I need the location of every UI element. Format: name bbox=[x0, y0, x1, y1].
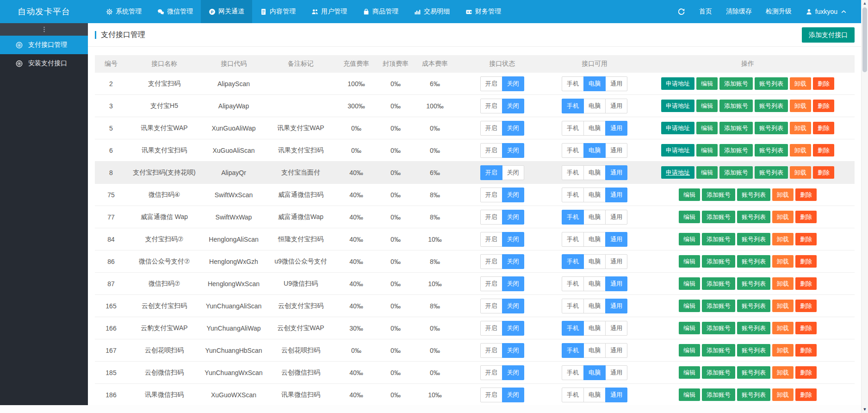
nav-item-wechat-management[interactable]: 微信管理 bbox=[149, 0, 201, 23]
nav-item-trade-detail[interactable]: 交易明细 bbox=[406, 0, 458, 23]
delete-button[interactable]: 删除 bbox=[795, 255, 817, 268]
account-list-button[interactable]: 账号列表 bbox=[755, 144, 788, 156]
delete-button[interactable]: 删除 bbox=[795, 322, 817, 334]
available-phone-button[interactable]: 手机 bbox=[562, 121, 584, 136]
uninstall-button[interactable]: 卸载 bbox=[790, 100, 811, 112]
add-account-button[interactable]: 添加账号 bbox=[702, 388, 735, 401]
available-all-button[interactable]: 通用 bbox=[605, 254, 627, 269]
edit-button[interactable]: 编辑 bbox=[679, 255, 700, 268]
status-off-button[interactable]: 关闭 bbox=[502, 76, 524, 91]
account-list-button[interactable]: 账号列表 bbox=[737, 188, 770, 201]
edit-button[interactable]: 编辑 bbox=[679, 211, 700, 223]
apply-button[interactable]: 申请地址 bbox=[661, 100, 694, 112]
available-all-button[interactable]: 通用 bbox=[605, 165, 627, 180]
delete-button[interactable]: 删除 bbox=[813, 100, 834, 112]
status-on-button[interactable]: 开启 bbox=[480, 299, 502, 313]
add-account-button[interactable]: 添加账号 bbox=[702, 322, 735, 334]
status-off-button[interactable]: 关闭 bbox=[502, 165, 524, 180]
status-on-button[interactable]: 开启 bbox=[480, 188, 502, 202]
edit-button[interactable]: 编辑 bbox=[679, 188, 700, 201]
edit-button[interactable]: 编辑 bbox=[679, 366, 700, 379]
available-pc-button[interactable]: 电脑 bbox=[583, 99, 606, 113]
available-pc-button[interactable]: 电脑 bbox=[583, 388, 606, 402]
account-list-button[interactable]: 账号列表 bbox=[737, 255, 770, 268]
status-off-button[interactable]: 关闭 bbox=[502, 254, 524, 269]
status-off-button[interactable]: 关闭 bbox=[502, 276, 524, 291]
account-list-button[interactable]: 账号列表 bbox=[755, 77, 788, 90]
refresh-button[interactable] bbox=[670, 0, 692, 23]
status-off-button[interactable]: 关闭 bbox=[502, 299, 524, 313]
uninstall-button[interactable]: 卸载 bbox=[772, 300, 794, 312]
status-on-button[interactable]: 开启 bbox=[480, 232, 502, 247]
edit-button[interactable]: 编辑 bbox=[696, 77, 718, 90]
status-on-button[interactable]: 开启 bbox=[480, 254, 502, 269]
uninstall-button[interactable]: 卸载 bbox=[790, 144, 811, 156]
nav-item-finance-management[interactable]: 财务管理 bbox=[458, 0, 509, 23]
edit-button[interactable]: 编辑 bbox=[696, 122, 718, 134]
available-pc-button[interactable]: 电脑 bbox=[583, 321, 606, 336]
available-pc-button[interactable]: 电脑 bbox=[583, 276, 606, 291]
nav-item-user-management[interactable]: 用户管理 bbox=[304, 0, 355, 23]
available-phone-button[interactable]: 手机 bbox=[562, 388, 584, 402]
nav-link-home[interactable]: 首页 bbox=[692, 0, 719, 23]
edit-button[interactable]: 编辑 bbox=[696, 144, 718, 156]
status-on-button[interactable]: 开启 bbox=[480, 76, 502, 91]
delete-button[interactable]: 删除 bbox=[795, 188, 817, 201]
available-all-button[interactable]: 通用 bbox=[605, 188, 627, 202]
user-menu[interactable]: fuxkyou bbox=[799, 0, 854, 23]
available-phone-button[interactable]: 手机 bbox=[562, 76, 584, 91]
available-pc-button[interactable]: 电脑 bbox=[583, 299, 606, 313]
add-account-button[interactable]: 添加账号 bbox=[702, 344, 735, 357]
add-account-button[interactable]: 添加账号 bbox=[719, 77, 753, 90]
scroll-up-arrow[interactable]: ▲ bbox=[862, 0, 868, 6]
add-account-button[interactable]: 添加账号 bbox=[702, 211, 735, 223]
add-account-button[interactable]: 添加账号 bbox=[702, 233, 735, 245]
add-account-button[interactable]: 添加账号 bbox=[702, 255, 735, 268]
add-account-button[interactable]: 添加账号 bbox=[702, 300, 735, 312]
status-off-button[interactable]: 关闭 bbox=[502, 388, 524, 402]
available-phone-button[interactable]: 手机 bbox=[562, 343, 584, 358]
available-pc-button[interactable]: 电脑 bbox=[583, 210, 606, 225]
available-all-button[interactable]: 通用 bbox=[605, 76, 627, 91]
uninstall-button[interactable]: 卸载 bbox=[772, 388, 794, 401]
scrollbar-thumb[interactable] bbox=[862, 7, 867, 72]
vertical-scrollbar[interactable]: ▲ ▼ bbox=[861, 0, 868, 413]
uninstall-button[interactable]: 卸载 bbox=[772, 255, 794, 268]
available-phone-button[interactable]: 手机 bbox=[562, 365, 584, 380]
sidebar-item-install-payment-api[interactable]: 安装支付接口 bbox=[0, 54, 88, 73]
edit-button[interactable]: 编辑 bbox=[679, 344, 700, 357]
edit-button[interactable]: 编辑 bbox=[696, 166, 718, 179]
account-list-button[interactable]: 账号列表 bbox=[755, 122, 788, 134]
apply-button[interactable]: 申请地址 bbox=[661, 77, 694, 90]
edit-button[interactable]: 编辑 bbox=[679, 300, 700, 312]
uninstall-button[interactable]: 卸载 bbox=[772, 188, 794, 201]
delete-button[interactable]: 删除 bbox=[813, 166, 834, 179]
status-on-button[interactable]: 开启 bbox=[480, 210, 502, 225]
uninstall-button[interactable]: 卸载 bbox=[790, 122, 811, 134]
status-off-button[interactable]: 关闭 bbox=[502, 188, 524, 202]
status-on-button[interactable]: 开启 bbox=[480, 276, 502, 291]
uninstall-button[interactable]: 卸载 bbox=[772, 366, 794, 379]
available-phone-button[interactable]: 手机 bbox=[562, 210, 584, 225]
nav-item-system-management[interactable]: 系统管理 bbox=[98, 0, 149, 23]
status-on-button[interactable]: 开启 bbox=[480, 143, 502, 158]
available-pc-button[interactable]: 电脑 bbox=[583, 165, 606, 180]
uninstall-button[interactable]: 卸载 bbox=[772, 233, 794, 245]
horizontal-scrollbar[interactable] bbox=[0, 405, 862, 413]
account-list-button[interactable]: 账号列表 bbox=[755, 166, 788, 179]
edit-button[interactable]: 编辑 bbox=[679, 388, 700, 401]
account-list-button[interactable]: 账号列表 bbox=[737, 344, 770, 357]
edit-button[interactable]: 编辑 bbox=[679, 322, 700, 334]
nav-item-goods-management[interactable]: 商品管理 bbox=[355, 0, 406, 23]
available-pc-button[interactable]: 电脑 bbox=[583, 121, 606, 136]
delete-button[interactable]: 删除 bbox=[795, 344, 817, 357]
available-phone-button[interactable]: 手机 bbox=[562, 321, 584, 336]
edit-button[interactable]: 编辑 bbox=[696, 100, 718, 112]
add-account-button[interactable]: 添加账号 bbox=[719, 100, 753, 112]
account-list-button[interactable]: 账号列表 bbox=[737, 211, 770, 223]
status-off-button[interactable]: 关闭 bbox=[502, 210, 524, 225]
delete-button[interactable]: 删除 bbox=[795, 388, 817, 401]
nav-item-gateway-channel[interactable]: P网关通道 bbox=[201, 0, 252, 23]
available-phone-button[interactable]: 手机 bbox=[562, 232, 584, 247]
account-list-button[interactable]: 账号列表 bbox=[737, 322, 770, 334]
